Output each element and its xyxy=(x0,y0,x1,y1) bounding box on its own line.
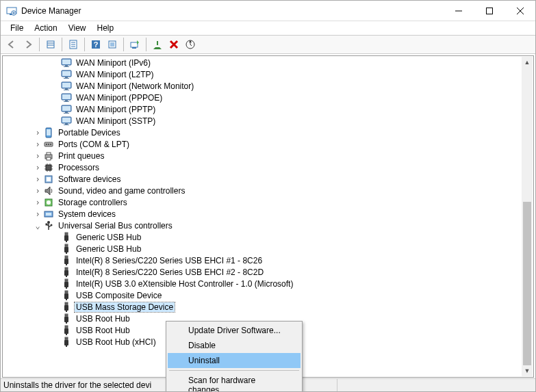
svg-rect-69 xyxy=(46,213,51,215)
tree-label: USB Root Hub (xHCI) xyxy=(75,337,157,347)
svg-rect-33 xyxy=(64,90,69,90)
ctx-scan-hardware[interactable]: Scan for hardware changes xyxy=(168,373,301,392)
svg-rect-100 xyxy=(64,293,68,299)
tree-label: Processors xyxy=(57,163,101,172)
device-item[interactable]: WAN Miniport (IPv6) xyxy=(3,57,522,68)
category-item[interactable]: ›Sound, video and game controllers xyxy=(3,185,522,196)
tree-toggle[interactable]: › xyxy=(32,209,43,219)
tree-toggle[interactable]: › xyxy=(32,151,43,161)
tree-toggle[interactable]: › xyxy=(32,140,43,149)
nav-forward-button[interactable] xyxy=(20,36,36,53)
tree-label: Software devices xyxy=(57,174,122,184)
menu-help[interactable]: Help xyxy=(92,22,120,34)
category-item[interactable]: ›Processors xyxy=(3,161,522,173)
ctx-disable[interactable]: Disable xyxy=(168,338,301,353)
tree-toggle[interactable]: › xyxy=(32,186,43,196)
tree-toggle[interactable]: › xyxy=(32,174,43,184)
context-menu-separator xyxy=(169,370,299,371)
help-button[interactable]: ? xyxy=(88,36,104,53)
tree-icon xyxy=(61,278,72,289)
category-item[interactable]: ⌄Universal Serial Bus controllers xyxy=(3,220,522,231)
close-button[interactable] xyxy=(505,1,535,21)
svg-rect-97 xyxy=(67,280,68,281)
vertical-scrollbar[interactable]: ▲ ▼ xyxy=(522,57,533,376)
menu-file[interactable]: File xyxy=(5,22,29,34)
ctx-uninstall[interactable]: Uninstall xyxy=(168,353,301,368)
device-item[interactable]: WAN Miniport (PPTP) xyxy=(3,103,522,115)
svg-rect-118 xyxy=(66,334,67,335)
svg-rect-4 xyxy=(486,8,492,14)
menu-action[interactable]: Action xyxy=(29,22,62,34)
nav-back-button[interactable] xyxy=(3,36,20,53)
properties-button[interactable] xyxy=(65,36,81,53)
device-item[interactable]: WAN Miniport (PPPOE) xyxy=(3,92,522,103)
svg-rect-37 xyxy=(64,101,69,102)
tree-icon xyxy=(61,337,72,348)
device-item[interactable]: WAN Miniport (L2TP) xyxy=(3,68,522,80)
device-item[interactable]: WAN Miniport (Network Monitor) xyxy=(3,80,522,92)
refresh-button[interactable] xyxy=(104,36,120,53)
svg-rect-25 xyxy=(64,66,69,67)
window-title: Device Manager xyxy=(21,6,443,16)
svg-rect-98 xyxy=(66,287,67,289)
svg-rect-55 xyxy=(46,165,51,170)
toolbar-separator xyxy=(146,38,146,51)
tree-toggle[interactable]: › xyxy=(32,128,43,138)
context-menu: Update Driver Software... Disable Uninst… xyxy=(166,321,303,392)
minimize-button[interactable] xyxy=(443,1,474,21)
device-item[interactable]: Generic USB Hub xyxy=(3,243,522,254)
scan-hardware-button[interactable] xyxy=(182,36,199,53)
svg-rect-65 xyxy=(47,177,51,181)
tree-label: System devices xyxy=(57,209,117,219)
category-item[interactable]: ›Ports (COM & LPT) xyxy=(3,138,522,150)
ctx-update-driver[interactable]: Update Driver Software... xyxy=(168,323,301,338)
menu-view[interactable]: View xyxy=(63,22,92,34)
category-item[interactable]: ›Portable Devices xyxy=(3,127,522,138)
tree-toggle[interactable]: › xyxy=(32,163,43,172)
device-item[interactable]: Intel(R) USB 3.0 eXtensible Host Control… xyxy=(3,278,522,289)
svg-rect-20 xyxy=(157,41,158,45)
svg-rect-103 xyxy=(66,299,67,300)
svg-rect-53 xyxy=(47,153,51,155)
uninstall-button[interactable] xyxy=(166,36,182,53)
tree-toggle[interactable]: › xyxy=(32,198,43,207)
device-item[interactable]: USB Composite Device xyxy=(3,289,522,301)
category-item[interactable]: ›Software devices xyxy=(3,173,522,185)
tree-icon xyxy=(61,244,72,254)
svg-rect-90 xyxy=(64,270,68,276)
scroll-down-button[interactable]: ▼ xyxy=(522,365,533,376)
scroll-up-button[interactable]: ▲ xyxy=(522,57,533,68)
svg-rect-72 xyxy=(46,223,48,225)
toolbar-separator xyxy=(62,38,62,51)
svg-rect-92 xyxy=(67,268,68,270)
category-item[interactable]: ›Storage controllers xyxy=(3,196,522,208)
tree-toggle[interactable]: ⌄ xyxy=(32,221,43,231)
svg-rect-40 xyxy=(65,112,68,113)
svg-rect-18 xyxy=(131,42,138,47)
device-item[interactable]: Generic USB Hub xyxy=(3,231,522,243)
update-driver-button[interactable] xyxy=(127,36,143,53)
tree-icon xyxy=(43,185,54,196)
category-item[interactable]: ›System devices xyxy=(3,208,522,220)
category-item[interactable]: ›Print queues xyxy=(3,150,522,161)
device-item[interactable]: Intel(R) 8 Series/C220 Series USB EHCI #… xyxy=(3,254,522,266)
device-item[interactable]: WAN Miniport (SSTP) xyxy=(3,115,522,127)
tree-icon xyxy=(43,174,54,185)
tree-label: USB Root Hub xyxy=(75,314,131,324)
device-item[interactable]: USB Mass Storage Device xyxy=(3,301,522,313)
svg-rect-31 xyxy=(62,83,71,88)
svg-rect-116 xyxy=(66,326,66,328)
tree-label: WAN Miniport (Network Monitor) xyxy=(75,81,195,91)
svg-rect-43 xyxy=(62,118,71,122)
maximize-button[interactable] xyxy=(474,1,505,21)
toolbar-separator xyxy=(123,38,124,51)
svg-rect-91 xyxy=(66,268,66,270)
device-item[interactable]: Intel(R) 8 Series/C220 Series USB EHCI #… xyxy=(3,266,522,278)
svg-rect-101 xyxy=(66,291,66,293)
show-hidden-button[interactable] xyxy=(42,36,59,53)
svg-rect-85 xyxy=(64,259,68,264)
svg-rect-23 xyxy=(62,60,71,64)
scroll-track[interactable] xyxy=(522,68,533,365)
enable-button[interactable] xyxy=(149,36,166,53)
scroll-thumb[interactable] xyxy=(523,202,531,365)
